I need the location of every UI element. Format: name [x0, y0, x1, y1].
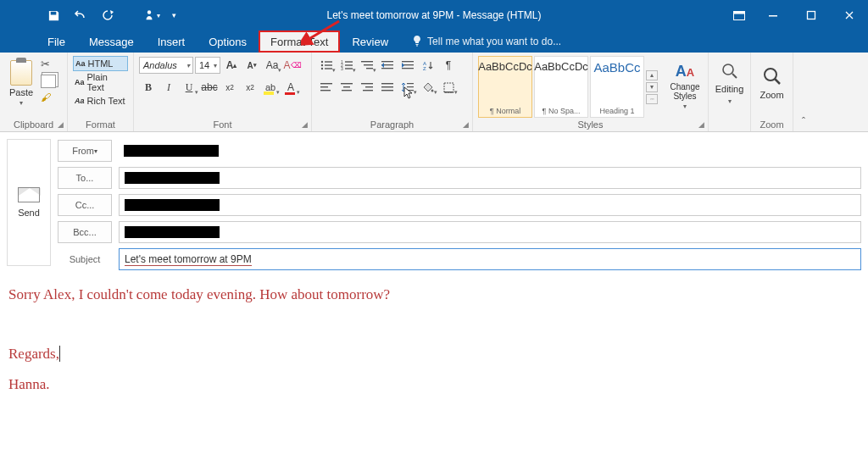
- format-rich-button[interactable]: AaRich Text: [73, 93, 128, 108]
- group-label-zoom: Zoom: [756, 118, 787, 131]
- svg-point-8: [321, 64, 323, 66]
- save-icon[interactable]: [41, 3, 66, 28]
- style-heading-1[interactable]: AaBbCc Heading 1: [590, 56, 644, 118]
- font-size-combo[interactable]: 14▾: [195, 57, 220, 74]
- tell-me-search[interactable]: Tell me what you want to do...: [400, 30, 561, 53]
- style-no-spacing[interactable]: AaBbCcDc ¶ No Spa...: [534, 56, 588, 118]
- body-line-3: Hanna.: [8, 373, 860, 396]
- zoom-icon: [762, 66, 782, 86]
- decrease-indent-icon[interactable]: [378, 56, 397, 75]
- svg-rect-29: [320, 83, 332, 84]
- qat-customize-icon[interactable]: ▾: [166, 3, 181, 28]
- group-font: Andalus▾ 14▾ A▴ A▾ Aa▾ A⌫ B I U▾ abc x2 …: [134, 53, 312, 131]
- paragraph-dialog-launcher[interactable]: ◢: [460, 119, 470, 130]
- grow-font-icon[interactable]: A▴: [222, 56, 241, 75]
- multilevel-list-icon[interactable]: ▾: [358, 56, 376, 75]
- highlight-color-icon[interactable]: ab▾: [261, 78, 280, 97]
- sort-icon[interactable]: AZ: [419, 56, 437, 75]
- change-styles-icon: AA: [676, 63, 694, 80]
- bullets-icon[interactable]: ▾: [317, 56, 336, 75]
- mouse-cursor-icon: [403, 86, 415, 100]
- subject-field[interactable]: Let's meet tomorrow at 9PM: [119, 248, 861, 270]
- line-spacing-icon[interactable]: ▾: [398, 78, 417, 97]
- styles-gallery[interactable]: AaBbCcDc ¶ Normal AaBbCcDc ¶ No Spa... A…: [478, 54, 660, 118]
- strikethrough-icon[interactable]: abc: [200, 78, 219, 97]
- styles-dialog-launcher[interactable]: ◢: [696, 119, 706, 130]
- group-label-format: Format: [73, 118, 128, 131]
- tab-insert[interactable]: Insert: [146, 30, 198, 53]
- group-paragraph: ▾ 123▾ ▾ AZ ¶ ▾ ▾ ▾: [312, 53, 473, 131]
- group-editing: Editing ▾: [709, 53, 751, 131]
- superscript-icon[interactable]: x2: [241, 78, 259, 97]
- numbering-icon[interactable]: 123▾: [337, 56, 356, 75]
- bold-icon[interactable]: B: [139, 78, 158, 97]
- touch-mode-icon[interactable]: ▾: [139, 3, 164, 28]
- align-center-icon[interactable]: [337, 78, 356, 97]
- group-clipboard: Paste ▾ Clipboard ◢: [0, 53, 68, 131]
- paste-label: Paste: [9, 87, 33, 97]
- cc-field[interactable]: user2@example.com: [119, 194, 861, 216]
- shrink-font-icon[interactable]: A▾: [242, 56, 261, 75]
- copy-icon[interactable]: [41, 75, 56, 88]
- paste-button[interactable]: Paste ▾: [5, 54, 37, 112]
- bcc-value: user3@example.com: [125, 226, 220, 238]
- tab-format-text[interactable]: Format Text: [259, 30, 340, 53]
- change-case-icon[interactable]: Aa▾: [263, 56, 281, 75]
- to-button[interactable]: To...: [58, 167, 112, 189]
- tab-message[interactable]: Message: [77, 30, 146, 53]
- cc-button[interactable]: Cc...: [58, 194, 112, 216]
- maximize-button[interactable]: [792, 0, 830, 30]
- lightbulb-icon: [412, 35, 422, 49]
- redo-icon[interactable]: [95, 3, 120, 28]
- from-button[interactable]: From ▾: [58, 140, 112, 162]
- bcc-field[interactable]: user3@example.com: [119, 221, 861, 243]
- tab-file[interactable]: File: [36, 30, 77, 53]
- style-normal[interactable]: AaBbCcDc ¶ Normal: [478, 56, 532, 118]
- ribbon-display-options-icon[interactable]: [725, 0, 754, 30]
- subscript-icon[interactable]: x2: [220, 78, 239, 97]
- increase-indent-icon[interactable]: [398, 56, 417, 75]
- change-styles-button[interactable]: AA Change Styles ▾: [664, 54, 703, 118]
- from-value: user0@example.com: [124, 145, 219, 157]
- quick-access-toolbar: ▾ ▾: [0, 0, 181, 30]
- svg-text:3: 3: [341, 66, 343, 70]
- borders-icon[interactable]: ▾: [439, 78, 458, 97]
- editing-button[interactable]: Editing ▾: [714, 54, 745, 112]
- font-color-icon[interactable]: A▾: [281, 78, 300, 97]
- zoom-button[interactable]: Zoom: [756, 54, 787, 112]
- svg-rect-40: [381, 90, 393, 91]
- shading-icon[interactable]: ▾: [419, 78, 437, 97]
- send-button[interactable]: Send: [7, 139, 51, 266]
- font-dialog-launcher[interactable]: ◢: [299, 119, 309, 130]
- align-right-icon[interactable]: [358, 78, 376, 97]
- italic-icon[interactable]: I: [159, 78, 178, 97]
- format-painter-icon[interactable]: [41, 91, 56, 105]
- window-title: Let's meet tomorrow at 9PM - Message (HT…: [326, 9, 541, 21]
- svg-rect-19: [364, 64, 373, 65]
- svg-rect-24: [402, 61, 414, 62]
- collapse-ribbon-icon[interactable]: ˆ: [793, 53, 814, 131]
- zoom-label: Zoom: [760, 90, 783, 100]
- align-left-icon[interactable]: [317, 78, 336, 97]
- minimize-button[interactable]: [754, 0, 792, 30]
- underline-icon[interactable]: U▾: [180, 78, 198, 97]
- tab-options[interactable]: Options: [197, 30, 259, 53]
- font-name-combo[interactable]: Andalus▾: [139, 57, 193, 74]
- svg-rect-45: [444, 83, 453, 92]
- undo-icon[interactable]: [68, 3, 93, 28]
- group-label-font: Font: [139, 118, 306, 131]
- styles-gallery-nav[interactable]: ▴▾⎓: [646, 56, 658, 118]
- show-marks-icon[interactable]: ¶: [439, 56, 458, 75]
- cut-icon[interactable]: [41, 58, 56, 71]
- svg-text:Z: Z: [423, 66, 426, 71]
- justify-icon[interactable]: [378, 78, 397, 97]
- to-field[interactable]: user1@example.com: [119, 167, 861, 189]
- bcc-button[interactable]: Bcc...: [58, 221, 112, 243]
- message-body[interactable]: Sorry Alex, I couldn't come today evenin…: [0, 271, 868, 414]
- close-button[interactable]: [830, 0, 868, 30]
- format-plain-button[interactable]: AaPlain Text: [73, 75, 128, 90]
- clear-formatting-icon[interactable]: A⌫: [283, 56, 302, 75]
- clipboard-dialog-launcher[interactable]: ◢: [55, 119, 65, 130]
- format-html-button[interactable]: AaAa HTMLHTML: [73, 56, 128, 71]
- tab-review[interactable]: Review: [340, 30, 400, 53]
